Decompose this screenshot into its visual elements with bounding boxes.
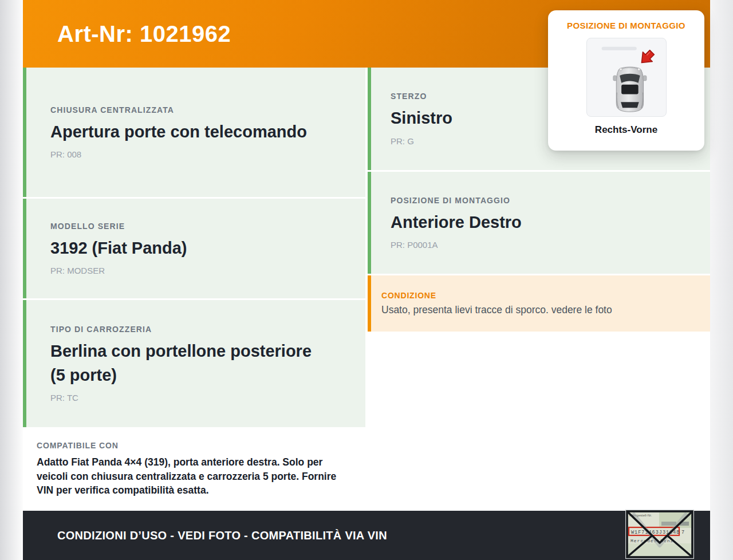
left-column: CHIUSURA CENTRALIZZATA Apertura porte co… <box>23 68 365 511</box>
position-arrow-icon <box>637 48 657 68</box>
condition-text: Usato, presenta lievi tracce di sporco. … <box>381 304 691 316</box>
spec-pr-code: PR: TC <box>50 393 346 403</box>
car-position-image <box>586 38 667 117</box>
mounting-position-title: POSIZIONE DI MONTAGGIO <box>556 21 696 30</box>
car-icon <box>613 67 646 112</box>
compatibility-text: Adatto Fiat Panda 4×4 (319), porta anter… <box>37 455 346 498</box>
compatibility-card: COMPATIBILE CON Adatto Fiat Panda 4×4 (3… <box>23 429 365 510</box>
content-container: Art-Nr: 1021962 CHIUSURA CENTRALIZZATA A… <box>23 0 710 560</box>
spec-pr-code: PR: 008 <box>50 149 346 159</box>
spec-value: 3192 (Fiat Panda) <box>50 236 320 260</box>
footer-bar: CONDIZIONI D’USO - VEDI FOTO - COMPATIBI… <box>23 511 710 560</box>
car-top-view-illustration <box>587 38 666 117</box>
mounting-position-value: Rechts-Vorne <box>556 124 696 136</box>
condition-label: CONDIZIONE <box>381 291 691 300</box>
spec-card-central-locking: CHIUSURA CENTRALIZZATA Apertura porte co… <box>23 68 365 197</box>
spec-label: POSIZIONE DI MONTAGGIO <box>391 196 691 205</box>
spec-pr-code: PR: MODSER <box>50 266 346 275</box>
spec-card-model-series: MODELLO SERIE 3192 (Fiat Panda) PR: MODS… <box>23 199 365 298</box>
article-number-title: Art-Nr: 1021962 <box>57 21 231 47</box>
condition-card: CONDIZIONE Usato, presenta lievi tracce … <box>368 275 710 332</box>
mounting-position-card: POSIZIONE DI MONTAGGIO <box>548 10 704 151</box>
spec-card-mounting-position: POSIZIONE DI MONTAGGIO Anteriore Destro … <box>368 172 710 274</box>
watermark-blur <box>601 47 636 50</box>
page: Art-Nr: 1021962 CHIUSURA CENTRALIZZATA A… <box>0 0 733 560</box>
vin-document-illustration: Fahrgestell-Nr. W1F71463J3124B 7 Mercede… <box>626 510 693 558</box>
spec-label: CHIUSURA CENTRALIZZATA <box>50 105 346 115</box>
spec-pr-code: PR: P0001A <box>391 240 691 250</box>
vin-suffix: 7 <box>681 530 684 535</box>
footer-text: CONDIZIONI D’USO - VEDI FOTO - COMPATIBI… <box>57 529 387 542</box>
spec-value: Anteriore Destro <box>391 210 660 234</box>
spec-label: MODELLO SERIE <box>50 222 346 231</box>
compatibility-label: COMPATIBILE CON <box>37 441 346 450</box>
vin-document-image: Fahrgestell-Nr. W1F71463J3124B 7 Mercede… <box>626 510 693 558</box>
spec-label: TIPO DI CARROZZERIA <box>50 325 346 334</box>
spec-value: Berlina con portellone posteriore (5 por… <box>50 339 320 387</box>
spec-value: Apertura porte con telecomando <box>50 120 320 144</box>
spec-card-body-type: TIPO DI CARROZZERIA Berlina con portello… <box>23 300 365 427</box>
